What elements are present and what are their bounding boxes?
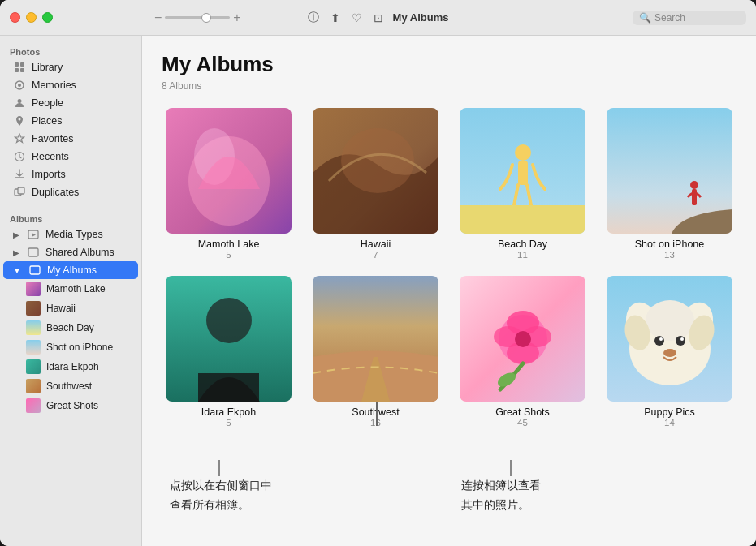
- maximize-button[interactable]: [42, 12, 53, 23]
- album-count-great-shots: 45: [517, 418, 528, 428]
- sidebar-sub-southwest[interactable]: Southwest: [3, 376, 138, 396]
- titlebar-center: ⓘ ⬆ ♡ ⊡ My Albums: [308, 11, 449, 25]
- album-thumb-puppy-pics: [607, 276, 732, 402]
- svg-rect-27: [198, 373, 259, 402]
- sidebar-sub-mamoth-lake[interactable]: Mamoth Lake: [3, 279, 138, 299]
- album-card-mamoth-lake[interactable]: Mamoth Lake 5: [162, 108, 296, 260]
- duplicates-icon: [13, 186, 26, 199]
- album-card-shot-on-iphone[interactable]: Shot on iPhone 13: [603, 108, 737, 260]
- sidebar-sub-great-shots[interactable]: Great Shots: [3, 396, 138, 415]
- sidebar-group-shared-albums-label: Shared Albums: [45, 247, 114, 258]
- sidebar-sub-southwest-label: Southwest: [46, 380, 92, 392]
- sidebar-item-library[interactable]: Library: [3, 58, 138, 76]
- sidebar-item-memories-label: Memories: [32, 80, 76, 91]
- sidebar-item-recents[interactable]: Recents: [3, 148, 138, 166]
- photos-section-label: Photos: [0, 42, 141, 58]
- heart-icon[interactable]: ♡: [352, 11, 362, 24]
- sidebar-item-people-label: People: [32, 97, 63, 109]
- imports-icon: [13, 168, 26, 181]
- album-thumb-great-shots: [460, 276, 585, 402]
- album-name-mamoth-lake: Mamoth Lake: [198, 239, 260, 250]
- disclosure-my-albums: ▼: [13, 266, 21, 275]
- app-window: − + ⓘ ⬆ ♡ ⊡ My Albums 🔍 Search Photos: [0, 0, 756, 546]
- beach-day-thumb: [26, 320, 41, 335]
- crop-icon[interactable]: ⊡: [374, 11, 383, 24]
- sidebar: Photos Library Memories People: [0, 36, 142, 546]
- shared-albums-icon: [27, 246, 40, 259]
- album-thumb-southwest: [313, 276, 438, 402]
- zoom-minus-icon[interactable]: −: [154, 11, 162, 25]
- album-count-mamoth-lake: 5: [226, 250, 231, 260]
- svg-point-17: [341, 128, 414, 193]
- svg-rect-12: [30, 266, 40, 274]
- sidebar-sub-shot-on-iphone[interactable]: Shot on iPhone: [3, 337, 138, 357]
- album-name-great-shots: Great Shots: [495, 406, 550, 418]
- zoom-slider-thumb[interactable]: [201, 13, 211, 23]
- svg-point-6: [18, 99, 22, 103]
- svg-rect-11: [28, 248, 38, 256]
- sidebar-item-favorites[interactable]: Favorites: [3, 130, 138, 148]
- albums-grid: Mamoth Lake 5: [162, 108, 737, 428]
- svg-point-35: [515, 331, 531, 347]
- sidebar-group-shared-albums[interactable]: ▶ Shared Albums: [3, 243, 138, 261]
- svg-point-5: [18, 84, 21, 87]
- album-count-southwest: 16: [370, 418, 381, 428]
- svg-rect-3: [20, 68, 24, 72]
- album-thumb-mamoth-lake: [166, 108, 292, 234]
- sidebar-item-places-label: Places: [32, 115, 63, 127]
- album-count-beach-day: 11: [517, 250, 528, 260]
- sidebar-item-imports-label: Imports: [32, 169, 66, 180]
- search-box[interactable]: 🔍 Search: [633, 11, 746, 25]
- share-icon[interactable]: ⬆: [330, 11, 340, 24]
- svg-rect-9: [18, 187, 24, 194]
- sidebar-sub-beach-day[interactable]: Beach Day: [3, 318, 138, 337]
- album-card-hawaii[interactable]: Hawaii 7: [309, 108, 443, 260]
- annotation-left-text: 点按以在右侧窗口中 查看所有相簿。: [170, 476, 272, 515]
- sidebar-item-places[interactable]: Places: [3, 112, 138, 130]
- sidebar-group-my-albums[interactable]: ▼ My Albums: [3, 261, 138, 279]
- album-name-shot-on-iphone: Shot on iPhone: [635, 239, 705, 250]
- svg-rect-23: [692, 189, 697, 205]
- sidebar-sub-hawaii-label: Hawaii: [46, 303, 76, 314]
- places-icon: [13, 114, 26, 127]
- page-title: My Albums: [162, 52, 737, 77]
- svg-rect-1: [20, 62, 24, 67]
- sidebar-item-memories[interactable]: Memories: [3, 76, 138, 94]
- sidebar-item-duplicates-label: Duplicates: [32, 187, 79, 198]
- sidebar-group-media-types[interactable]: ▶ Media Types: [3, 226, 138, 243]
- album-card-beach-day[interactable]: Beach Day 11: [456, 108, 590, 260]
- sidebar-item-imports[interactable]: Imports: [3, 166, 138, 183]
- album-card-puppy-pics[interactable]: Puppy Pics 14: [603, 276, 737, 428]
- zoom-slider-track[interactable]: [165, 16, 230, 19]
- album-count-shot-on-iphone: 13: [664, 250, 675, 260]
- album-card-southwest[interactable]: Southwest 16: [309, 276, 443, 428]
- sidebar-sub-idara-ekpoh-label: Idara Ekpoh: [46, 361, 99, 372]
- disclosure-media-types: ▶: [13, 230, 19, 239]
- titlebar: − + ⓘ ⬆ ♡ ⊡ My Albums 🔍 Search: [0, 0, 756, 36]
- zoom-plus-icon[interactable]: +: [233, 11, 240, 25]
- sidebar-item-library-label: Library: [32, 62, 63, 73]
- sidebar-sub-hawaii[interactable]: Hawaii: [3, 299, 138, 318]
- album-name-puppy-pics: Puppy Pics: [644, 406, 695, 418]
- shot-on-iphone-thumb: [26, 340, 41, 355]
- close-button[interactable]: [10, 12, 20, 23]
- main-layout: Photos Library Memories People: [0, 36, 756, 546]
- sidebar-sub-idara-ekpoh[interactable]: Idara Ekpoh: [3, 357, 138, 376]
- zoom-slider-area: − +: [154, 11, 241, 25]
- sidebar-item-duplicates[interactable]: Duplicates: [3, 183, 138, 201]
- album-name-beach-day: Beach Day: [498, 239, 547, 250]
- album-card-idara-ekpoh[interactable]: Idara Ekpoh 5: [162, 276, 296, 428]
- titlebar-title: My Albums: [393, 11, 449, 24]
- sidebar-sub-shot-on-iphone-label: Shot on iPhone: [46, 342, 113, 353]
- sidebar-item-recents-label: Recents: [32, 151, 69, 162]
- sidebar-item-people[interactable]: People: [3, 94, 138, 112]
- sidebar-sub-great-shots-label: Great Shots: [46, 400, 98, 411]
- album-card-great-shots[interactable]: Great Shots 45: [456, 276, 590, 428]
- album-count-hawaii: 7: [373, 250, 378, 260]
- mamoth-lake-thumb: [26, 282, 41, 296]
- titlebar-right: 🔍 Search: [633, 11, 746, 25]
- main-content: My Albums 8 Albums: [142, 36, 756, 546]
- info-icon[interactable]: ⓘ: [308, 11, 319, 25]
- minimize-button[interactable]: [26, 12, 37, 23]
- svg-rect-2: [15, 68, 19, 72]
